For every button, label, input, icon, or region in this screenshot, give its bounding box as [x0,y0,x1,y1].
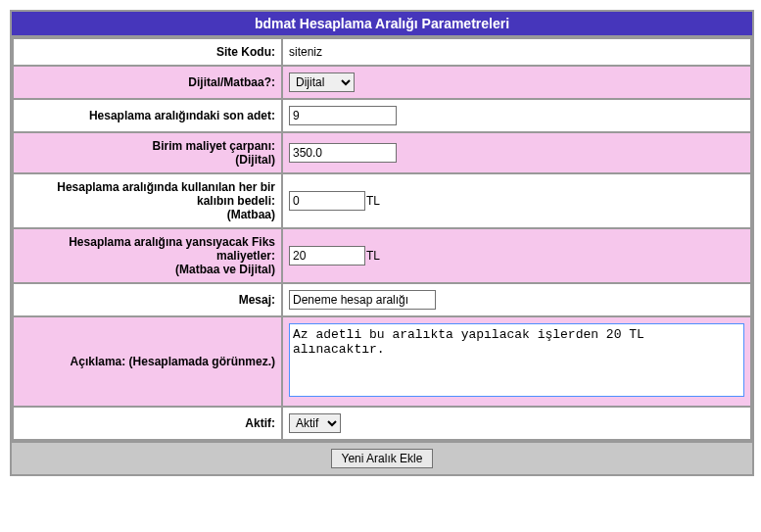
label-fiks-line1: Hesaplama aralığına yansıyacak Fiks [69,235,275,249]
unit-fiks: TL [366,249,380,263]
label-kalip-line2: kalıbın bedeli: [197,194,275,208]
form-table: Site Kodu: siteniz Dijital/Matbaa?: Diji… [12,37,752,441]
input-kalip[interactable] [289,191,365,211]
input-fiks[interactable] [289,246,365,266]
footer-bar: Yeni Aralık Ekle [12,441,752,474]
label-kalip-line1: Hesaplama aralığında kullanılan her bir [57,180,275,194]
add-range-button[interactable]: Yeni Aralık Ekle [331,449,434,468]
label-carpan-line2: (Dijital) [235,153,275,167]
label-aktif: Aktif: [14,408,281,439]
label-fiks-line3: (Matbaa ve Dijital) [175,263,275,276]
form-panel: bdmat Hesaplama Aralığı Parametreleri Si… [10,10,754,476]
unit-kalip: TL [366,194,380,208]
label-site-kodu: Site Kodu: [14,39,281,65]
label-dijital-matbaa: Dijital/Matbaa?: [14,67,281,98]
input-carpan[interactable] [289,143,397,163]
label-mesaj: Mesaj: [14,284,281,315]
input-son-adet[interactable] [289,106,397,125]
label-son-adet: Hesaplama aralığındaki son adet: [14,100,281,131]
label-kalip: Hesaplama aralığında kullanılan her bir … [14,174,281,227]
input-mesaj[interactable] [289,290,436,310]
select-aktif[interactable]: Aktif Pasif [289,413,341,433]
label-carpan: Birim maliyet çarpanı: (Dijital) [14,133,281,172]
label-kalip-line3: (Matbaa) [227,208,275,221]
value-site-kodu: siteniz [283,39,750,65]
textarea-aciklama[interactable] [289,323,744,397]
label-fiks-line2: maliyetler: [216,249,275,263]
panel-header: bdmat Hesaplama Aralığı Parametreleri [12,12,752,37]
label-aciklama: Açıklama: (Hesaplamada görünmez.) [14,317,281,406]
select-dijital-matbaa[interactable]: Dijital Matbaa [289,73,355,92]
label-fiks: Hesaplama aralığına yansıyacak Fiks mali… [14,229,281,282]
label-carpan-line1: Birim maliyet çarpanı: [153,139,275,153]
